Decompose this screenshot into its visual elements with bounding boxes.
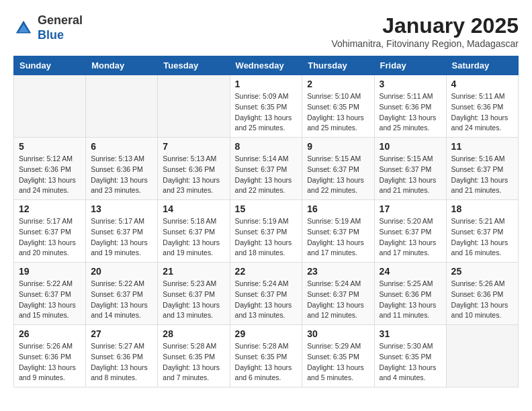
day-info: Sunrise: 5:15 AM Sunset: 6:37 PM Dayligh…	[307, 154, 369, 196]
day-number: 18	[451, 203, 513, 214]
calendar-week-row: 5Sunrise: 5:12 AM Sunset: 6:36 PM Daylig…	[14, 138, 519, 200]
weekday-header-monday: Monday	[86, 56, 158, 75]
calendar-cell: 7Sunrise: 5:13 AM Sunset: 6:36 PM Daylig…	[158, 138, 230, 200]
day-info: Sunrise: 5:27 AM Sunset: 6:36 PM Dayligh…	[91, 341, 152, 383]
calendar-week-row: 1Sunrise: 5:09 AM Sunset: 6:35 PM Daylig…	[14, 75, 519, 138]
day-number: 13	[91, 203, 152, 214]
day-number: 15	[235, 203, 298, 214]
day-number: 9	[307, 141, 369, 152]
logo-icon	[13, 18, 34, 38]
day-number: 1	[235, 79, 298, 89]
day-info: Sunrise: 5:17 AM Sunset: 6:37 PM Dayligh…	[19, 216, 81, 259]
weekday-header-wednesday: Wednesday	[230, 56, 302, 75]
calendar-cell: 11Sunrise: 5:16 AM Sunset: 6:37 PM Dayli…	[446, 138, 518, 200]
day-info: Sunrise: 5:21 AM Sunset: 6:37 PM Dayligh…	[451, 216, 513, 259]
day-number: 7	[163, 141, 224, 152]
day-info: Sunrise: 5:22 AM Sunset: 6:37 PM Dayligh…	[91, 279, 152, 321]
day-info: Sunrise: 5:13 AM Sunset: 6:36 PM Dayligh…	[163, 154, 224, 196]
day-info: Sunrise: 5:15 AM Sunset: 6:37 PM Dayligh…	[380, 154, 441, 196]
day-info: Sunrise: 5:09 AM Sunset: 6:35 PM Dayligh…	[235, 91, 298, 134]
calendar-cell: 16Sunrise: 5:19 AM Sunset: 6:37 PM Dayli…	[302, 200, 374, 263]
calendar-cell: 9Sunrise: 5:15 AM Sunset: 6:37 PM Daylig…	[302, 138, 374, 200]
calendar-cell	[14, 75, 86, 138]
day-number: 4	[451, 79, 513, 89]
day-info: Sunrise: 5:19 AM Sunset: 6:37 PM Dayligh…	[235, 216, 298, 259]
day-info: Sunrise: 5:14 AM Sunset: 6:37 PM Dayligh…	[235, 154, 298, 196]
calendar-week-row: 12Sunrise: 5:17 AM Sunset: 6:37 PM Dayli…	[14, 200, 519, 263]
day-number: 16	[307, 203, 369, 214]
calendar-cell: 28Sunrise: 5:28 AM Sunset: 6:35 PM Dayli…	[158, 325, 230, 387]
day-number: 29	[235, 328, 298, 339]
day-info: Sunrise: 5:12 AM Sunset: 6:36 PM Dayligh…	[19, 154, 81, 196]
day-number: 20	[91, 266, 152, 277]
calendar-cell: 18Sunrise: 5:21 AM Sunset: 6:37 PM Dayli…	[446, 200, 518, 263]
day-number: 28	[163, 328, 224, 339]
day-number: 24	[380, 266, 441, 277]
weekday-header-saturday: Saturday	[446, 56, 518, 75]
day-info: Sunrise: 5:16 AM Sunset: 6:37 PM Dayligh…	[451, 154, 513, 196]
title-block: January 2025 Vohimanitra, Fitovinany Reg…	[331, 13, 519, 49]
calendar-cell: 23Sunrise: 5:24 AM Sunset: 6:37 PM Dayli…	[302, 263, 374, 325]
day-number: 17	[380, 203, 441, 214]
day-number: 14	[163, 203, 224, 214]
day-number: 22	[235, 266, 298, 277]
weekday-header-tuesday: Tuesday	[158, 56, 230, 75]
calendar-cell: 10Sunrise: 5:15 AM Sunset: 6:37 PM Dayli…	[374, 138, 446, 200]
calendar-cell: 13Sunrise: 5:17 AM Sunset: 6:37 PM Dayli…	[86, 200, 158, 263]
day-info: Sunrise: 5:29 AM Sunset: 6:35 PM Dayligh…	[307, 341, 369, 383]
calendar-cell: 15Sunrise: 5:19 AM Sunset: 6:37 PM Dayli…	[230, 200, 302, 263]
location-subtitle: Vohimanitra, Fitovinany Region, Madagasc…	[331, 38, 519, 49]
day-info: Sunrise: 5:28 AM Sunset: 6:35 PM Dayligh…	[235, 341, 298, 383]
calendar-week-row: 26Sunrise: 5:26 AM Sunset: 6:36 PM Dayli…	[14, 325, 519, 387]
calendar-cell: 6Sunrise: 5:13 AM Sunset: 6:36 PM Daylig…	[86, 138, 158, 200]
day-number: 12	[19, 203, 81, 214]
day-info: Sunrise: 5:25 AM Sunset: 6:36 PM Dayligh…	[380, 279, 441, 321]
calendar-cell	[158, 75, 230, 138]
day-number: 19	[19, 266, 81, 277]
calendar-cell: 2Sunrise: 5:10 AM Sunset: 6:35 PM Daylig…	[302, 75, 374, 138]
day-info: Sunrise: 5:24 AM Sunset: 6:37 PM Dayligh…	[307, 279, 369, 321]
day-number: 3	[380, 79, 441, 89]
day-number: 23	[307, 266, 369, 277]
logo: General Blue	[13, 13, 83, 42]
logo-general: General	[38, 13, 83, 28]
calendar-cell: 5Sunrise: 5:12 AM Sunset: 6:36 PM Daylig…	[14, 138, 86, 200]
day-number: 25	[451, 266, 513, 277]
day-info: Sunrise: 5:26 AM Sunset: 6:36 PM Dayligh…	[451, 279, 513, 321]
day-info: Sunrise: 5:17 AM Sunset: 6:37 PM Dayligh…	[91, 216, 152, 259]
calendar-week-row: 19Sunrise: 5:22 AM Sunset: 6:37 PM Dayli…	[14, 263, 519, 325]
day-number: 21	[163, 266, 224, 277]
day-info: Sunrise: 5:11 AM Sunset: 6:36 PM Dayligh…	[451, 91, 513, 134]
calendar-cell: 24Sunrise: 5:25 AM Sunset: 6:36 PM Dayli…	[374, 263, 446, 325]
calendar-cell: 30Sunrise: 5:29 AM Sunset: 6:35 PM Dayli…	[302, 325, 374, 387]
calendar-cell: 8Sunrise: 5:14 AM Sunset: 6:37 PM Daylig…	[230, 138, 302, 200]
month-title: January 2025	[331, 13, 519, 38]
calendar-cell: 27Sunrise: 5:27 AM Sunset: 6:36 PM Dayli…	[86, 325, 158, 387]
day-info: Sunrise: 5:18 AM Sunset: 6:37 PM Dayligh…	[163, 216, 224, 259]
calendar-cell: 17Sunrise: 5:20 AM Sunset: 6:37 PM Dayli…	[374, 200, 446, 263]
calendar-cell: 20Sunrise: 5:22 AM Sunset: 6:37 PM Dayli…	[86, 263, 158, 325]
logo-blue: Blue	[38, 28, 83, 43]
calendar-cell: 31Sunrise: 5:30 AM Sunset: 6:35 PM Dayli…	[374, 325, 446, 387]
day-info: Sunrise: 5:30 AM Sunset: 6:35 PM Dayligh…	[380, 341, 441, 383]
day-info: Sunrise: 5:24 AM Sunset: 6:37 PM Dayligh…	[235, 279, 298, 321]
day-number: 5	[19, 141, 81, 152]
calendar-cell: 21Sunrise: 5:23 AM Sunset: 6:37 PM Dayli…	[158, 263, 230, 325]
calendar-cell: 1Sunrise: 5:09 AM Sunset: 6:35 PM Daylig…	[230, 75, 302, 138]
day-number: 27	[91, 328, 152, 339]
day-info: Sunrise: 5:28 AM Sunset: 6:35 PM Dayligh…	[163, 341, 224, 383]
day-number: 6	[91, 141, 152, 152]
calendar-table: SundayMondayTuesdayWednesdayThursdayFrid…	[13, 56, 519, 387]
day-info: Sunrise: 5:11 AM Sunset: 6:36 PM Dayligh…	[380, 91, 441, 134]
calendar-cell: 22Sunrise: 5:24 AM Sunset: 6:37 PM Dayli…	[230, 263, 302, 325]
day-info: Sunrise: 5:26 AM Sunset: 6:36 PM Dayligh…	[19, 341, 81, 383]
day-info: Sunrise: 5:23 AM Sunset: 6:37 PM Dayligh…	[163, 279, 224, 321]
weekday-header-thursday: Thursday	[302, 56, 374, 75]
day-number: 8	[235, 141, 298, 152]
day-number: 31	[380, 328, 441, 339]
day-info: Sunrise: 5:10 AM Sunset: 6:35 PM Dayligh…	[307, 91, 369, 134]
weekday-header-friday: Friday	[374, 56, 446, 75]
calendar-header-row: SundayMondayTuesdayWednesdayThursdayFrid…	[14, 56, 519, 75]
calendar-cell: 25Sunrise: 5:26 AM Sunset: 6:36 PM Dayli…	[446, 263, 518, 325]
calendar-cell	[446, 325, 518, 387]
